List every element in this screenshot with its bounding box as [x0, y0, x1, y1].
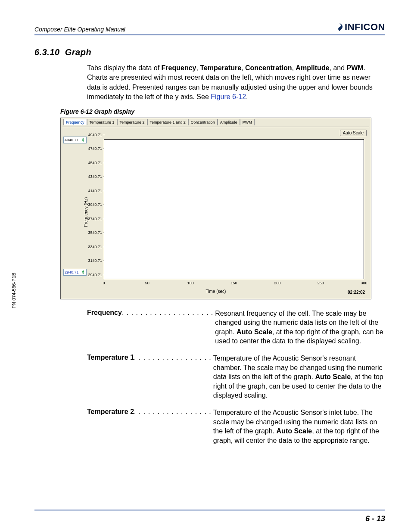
tab-concentration[interactable]: Concentration [188, 119, 218, 125]
page-header: Composer Elite Operating Manual INFICON [34, 22, 385, 35]
chart-panel: FrequencyTemperature 1Temperature 2Tempe… [60, 118, 371, 299]
definition-text: Resonant frequency of the cell. The scal… [215, 309, 383, 346]
definition-term: Temperature 2 [87, 408, 134, 445]
brand-text: INFICON [345, 22, 385, 33]
brand-logo: INFICON [335, 22, 385, 33]
section-heading: 6.3.10 Graph [34, 47, 385, 57]
footer-rule [34, 510, 385, 510]
definition-term: Frequency [87, 309, 122, 346]
chart-timestamp: 02:22:02 [348, 290, 365, 295]
tab-pwm[interactable]: PWM [240, 119, 255, 125]
x-axis-ticks: 050100150200250300 [104, 281, 364, 287]
definition-row: Temperature 2. . . . . . . . . . . . . .… [87, 408, 383, 445]
definition-text: Temperature of the Acoustic Sensor's res… [213, 354, 383, 400]
figure-link[interactable]: Figure 6-12 [211, 93, 246, 100]
definition-term: Temperature 1 [87, 354, 134, 400]
page-number: 6 - 13 [365, 514, 385, 523]
tab-temperature-2[interactable]: Temperature 2 [117, 119, 147, 125]
tab-temperature-1-and-2[interactable]: Temperature 1 and 2 [147, 119, 188, 125]
manual-title: Composer Elite Operating Manual [34, 26, 125, 33]
definition-row: Temperature 1. . . . . . . . . . . . . .… [87, 354, 383, 400]
definition-list: Frequency . . . . . . . . . . . . . . . … [87, 309, 383, 445]
autoscale-button[interactable]: Auto Scale [340, 130, 367, 136]
chart-tabs: FrequencyTemperature 1Temperature 2Tempe… [61, 118, 371, 125]
intro-paragraph: Tabs display the data of Frequency, Temp… [87, 63, 383, 102]
part-number: PN 074-566-P1B [11, 273, 16, 308]
y-axis-ticks: 2940.713140.713340.713540.713740.713940.… [82, 139, 103, 279]
definition-text: Temperature of the Acoustic Sensor's inl… [213, 408, 383, 445]
tab-amplitude[interactable]: Amplitude [218, 119, 240, 125]
x-axis-label: Time (sec) [206, 289, 226, 294]
figure-caption: Figure 6-12 Graph display [60, 108, 385, 115]
definition-row: Frequency . . . . . . . . . . . . . . . … [87, 309, 383, 346]
tab-temperature-1[interactable]: Temperature 1 [87, 119, 117, 125]
tab-frequency[interactable]: Frequency [63, 119, 87, 125]
plot-area [104, 139, 364, 279]
